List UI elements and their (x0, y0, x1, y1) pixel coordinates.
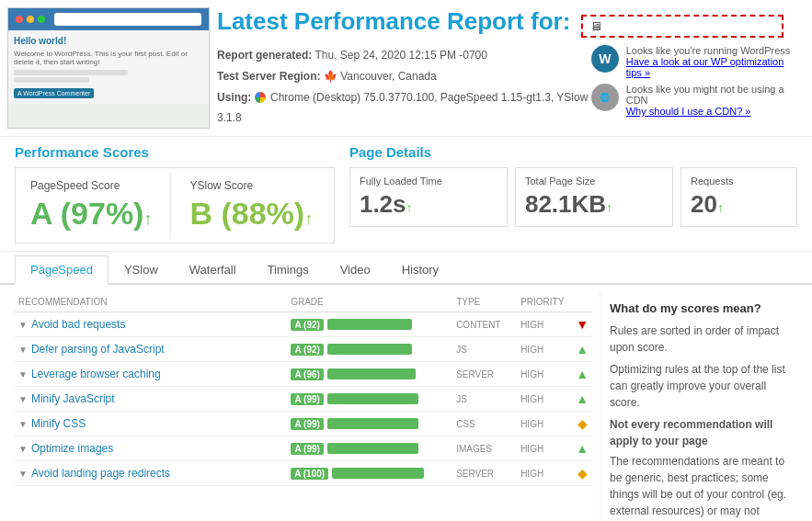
requests-label: Requests (691, 176, 787, 187)
grade-badge: A (96) (291, 368, 324, 380)
recommendation-indicator: ▲ (572, 436, 592, 461)
wp-info: Looks like you're running WordPress Have… (626, 45, 797, 78)
recommendation-name[interactable]: Avoid bad requests (31, 318, 126, 331)
tab-video[interactable]: Video (325, 255, 386, 285)
recommendation-name[interactable]: Optimize images (31, 442, 113, 455)
recommendation-indicator: ▲ (572, 387, 592, 412)
page-title: Latest Performance Report for: (217, 7, 570, 35)
cdn-icon: 🌐 (591, 84, 619, 111)
row-toggle[interactable]: ▼ (18, 469, 28, 479)
table-row: ▼Minify JavaScriptA (99)JSHIGH▲ (15, 387, 592, 412)
page-size-label: Total Page Size (525, 176, 663, 187)
tab-pagespeed[interactable]: PageSpeed (15, 255, 109, 285)
recommendation-priority: HIGH (517, 312, 572, 337)
recommendation-name[interactable]: Defer parsing of JavaScript (31, 343, 165, 356)
side-panel-para1: Rules are sorted in order of impact upon… (610, 323, 788, 356)
url-icon: 🖥 (590, 19, 602, 33)
recommendation-type: CONTENT (452, 312, 517, 337)
recommendation-name[interactable]: Avoid landing page redirects (31, 467, 170, 480)
col-priority: Priority (517, 292, 572, 312)
side-panel: What do my scores mean? Rules are sorted… (600, 292, 797, 521)
performance-scores-title: Performance Scores (15, 144, 335, 160)
recommendation-type: SERVER (452, 362, 517, 387)
recommendation-indicator: ◆ (572, 412, 592, 436)
meta-info: Report generated: Thu, Sep 24, 2020 12:1… (217, 45, 591, 129)
tabs-container: PageSpeed YSlow Waterfall Timings Video … (0, 255, 812, 285)
page-details-section: Page Details Fully Loaded Time 1.2s↑ Tot… (349, 144, 797, 244)
tab-timings[interactable]: Timings (252, 255, 325, 285)
recommendation-name[interactable]: Leverage browser caching (31, 368, 161, 380)
yslow-label: YSlow Score (189, 179, 318, 192)
page-details-title: Page Details (349, 144, 797, 160)
recommendations-table-container: Recommendation Grade Type Priority ▼Avoi… (15, 292, 592, 521)
grade-badge: A (99) (291, 393, 324, 405)
table-row: ▼Avoid landing page redirectsA (100)SERV… (15, 461, 592, 486)
recommendation-type: IMAGES (452, 436, 517, 461)
table-row: ▼Minify CSSA (99)CSSHIGH◆ (15, 412, 592, 436)
recommendation-type: CSS (452, 412, 517, 436)
grade-bar (327, 393, 418, 404)
side-panel-para4: The recommendations are meant to be gene… (610, 453, 788, 521)
page-size-value: 82.1KB↑ (525, 190, 663, 219)
recommendation-indicator: ▼ (572, 312, 592, 337)
recommendation-type: JS (452, 387, 517, 412)
grade-badge: A (92) (291, 344, 324, 356)
recommendation-type: JS (452, 337, 517, 362)
side-panel-para2: Optimizing rules at the top of the list … (610, 361, 788, 411)
grade-bar (327, 443, 418, 454)
recommendation-priority: HIGH (517, 461, 572, 486)
grade-bar (327, 319, 412, 330)
row-toggle[interactable]: ▼ (18, 345, 28, 355)
loaded-time-label: Fully Loaded Time (360, 176, 497, 187)
grade-badge: A (100) (291, 468, 328, 480)
recommendation-type: SERVER (452, 461, 517, 486)
recommendation-name[interactable]: Minify CSS (31, 417, 86, 430)
performance-scores-section: Performance Scores PageSpeed Score A (97… (15, 144, 335, 244)
grade-badge: A (99) (291, 418, 324, 430)
yslow-value: B (88%)↑ (189, 196, 318, 232)
pagespeed-label: PageSpeed Score (30, 179, 159, 192)
recommendation-name[interactable]: Minify JavaScript (31, 392, 115, 405)
recommendation-indicator: ▲ (572, 337, 592, 362)
cdn-info: Looks like you might not be using a CDN … (626, 84, 797, 117)
table-row: ▼Optimize imagesA (99)IMAGESHIGH▲ (15, 436, 592, 461)
row-toggle[interactable]: ▼ (18, 419, 28, 429)
recommendation-indicator: ◆ (572, 461, 592, 486)
yslow-score-card: YSlow Score B (88%)↑ (178, 172, 329, 239)
recommendation-priority: HIGH (517, 337, 572, 362)
requests-value: 20↑ (691, 190, 787, 219)
tab-waterfall[interactable]: Waterfall (174, 255, 252, 285)
cdn-link[interactable]: Why should I use a CDN? » (626, 106, 751, 117)
recommendation-priority: HIGH (517, 436, 572, 461)
wp-icon: W (591, 45, 619, 73)
table-row: ▼Defer parsing of JavaScriptA (92)JSHIGH… (15, 337, 592, 362)
requests-card: Requests 20↑ (680, 167, 797, 227)
recommendation-priority: HIGH (517, 412, 572, 436)
grade-bar (327, 368, 416, 379)
grade-bar (327, 418, 418, 429)
meta-recommendations: W Looks like you're running WordPress Ha… (591, 45, 797, 129)
col-type: Type (452, 292, 517, 312)
col-recommendation: Recommendation (15, 292, 287, 312)
grade-badge: A (99) (291, 443, 324, 455)
loaded-time-value: 1.2s↑ (360, 190, 497, 219)
row-toggle[interactable]: ▼ (18, 394, 28, 404)
table-row: ▼Avoid bad requestsA (92)CONTENTHIGH▼ (15, 312, 592, 337)
col-grade: Grade (287, 292, 452, 312)
loaded-time-card: Fully Loaded Time 1.2s↑ (349, 167, 508, 227)
recommendation-indicator: ▲ (572, 362, 592, 387)
tab-yslow[interactable]: YSlow (109, 255, 174, 285)
row-toggle[interactable]: ▼ (18, 444, 28, 454)
wp-link[interactable]: Have a look at our WP optimization tips … (626, 56, 784, 78)
row-toggle[interactable]: ▼ (18, 320, 28, 330)
recommendations-table: Recommendation Grade Type Priority ▼Avoi… (15, 292, 592, 486)
side-panel-para3: Not every recommendation will apply to y… (610, 416, 788, 449)
side-panel-title: What do my scores mean? (610, 301, 788, 315)
table-row: ▼Leverage browser cachingA (96)SERVERHIG… (15, 362, 592, 387)
row-toggle[interactable]: ▼ (18, 369, 28, 379)
pagespeed-value: A (97%)↑ (30, 196, 159, 232)
grade-badge: A (92) (291, 319, 324, 331)
pagespeed-score-card: PageSpeed Score A (97%)↑ (19, 172, 171, 239)
grade-bar (332, 468, 424, 479)
tab-history[interactable]: History (386, 255, 454, 285)
